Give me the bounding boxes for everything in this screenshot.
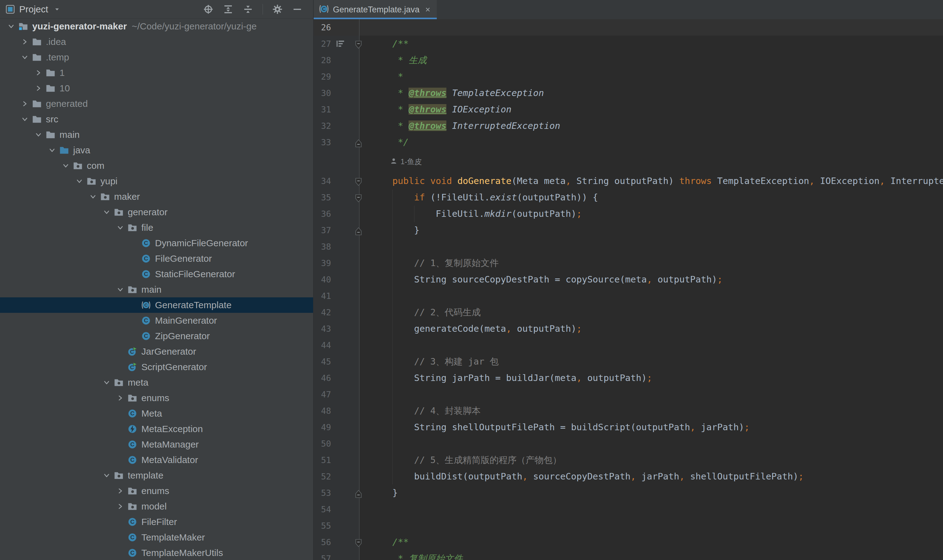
tree-item-dynamicfilegenerator[interactable]: CDynamicFileGenerator [0, 235, 313, 251]
chevron-down-icon[interactable] [113, 224, 127, 231]
collapse-all-icon[interactable] [243, 4, 253, 15]
code-author-inlay[interactable]: 1-鱼皮 [314, 151, 943, 173]
tree-item-meta[interactable]: CMeta [0, 406, 313, 421]
folder-icon [45, 83, 56, 94]
code-line-38[interactable]: 38 [314, 238, 943, 255]
code-line-53[interactable]: 53 } [314, 485, 943, 501]
tree-item-template[interactable]: template [0, 468, 313, 483]
tree-item-label: MetaValidator [141, 455, 198, 465]
code-line-35[interactable]: 35 if (!FileUtil.exist(outputPath)) { [314, 189, 943, 206]
code-line-48[interactable]: 48 // 4、封装脚本 [314, 403, 943, 419]
folder-icon [32, 114, 42, 125]
tree-item-templatemaker[interactable]: CTemplateMaker [0, 530, 313, 545]
tree-item-.temp[interactable]: .temp [0, 49, 313, 65]
panel-title-dropdown-icon[interactable] [52, 4, 62, 15]
chevron-down-icon[interactable] [86, 193, 100, 200]
code-line-34[interactable]: 34 public void doGenerate(Meta meta, Str… [314, 173, 943, 189]
code-line-28[interactable]: 28 * 生成 [314, 52, 943, 68]
tree-item-yupi[interactable]: yupi [0, 174, 313, 189]
chevron-down-icon[interactable] [113, 286, 127, 293]
tree-item-file[interactable]: file [0, 220, 313, 235]
expand-all-icon[interactable] [223, 4, 233, 15]
tree-item-metavalidator[interactable]: CMetaValidator [0, 452, 313, 468]
chevron-down-icon[interactable] [100, 379, 113, 386]
code-line-36[interactable]: 36 FileUtil.mkdir(outputPath); [314, 206, 943, 222]
chevron-right-icon[interactable] [32, 69, 45, 77]
tree-item-generated[interactable]: generated [0, 96, 313, 111]
tree-item-yuzi-generator-maker[interactable]: yuzi-generator-maker~/Code/yuzi-generato… [0, 18, 313, 34]
code-line-57[interactable]: 57 * 复制原始文件 [314, 551, 943, 560]
hide-icon[interactable] [292, 4, 303, 15]
tree-item-main[interactable]: main [0, 282, 313, 297]
code-line-52[interactable]: 52 buildDist(outputPath, sourceCopyDestP… [314, 468, 943, 485]
chevron-down-icon[interactable] [100, 208, 113, 216]
editor-tab-generatetemplate[interactable]: C GenerateTemplate.java [314, 0, 437, 19]
code-line-33[interactable]: 33 */ [314, 134, 943, 151]
tree-item-enums[interactable]: enums [0, 390, 313, 406]
tree-item-jargenerator[interactable]: CJarGenerator [0, 344, 313, 359]
tree-item-zipgenerator[interactable]: CZipGenerator [0, 328, 313, 344]
tree-item-maingenerator[interactable]: CMainGenerator [0, 313, 313, 328]
chevron-right-icon[interactable] [18, 38, 32, 46]
code-line-29[interactable]: 29 * [314, 68, 943, 85]
code-editor[interactable]: 2627 /**28 * 生成29 *30 * @throws Template… [314, 19, 943, 560]
tree-item-generatetemplate[interactable]: CGenerateTemplate [0, 297, 313, 313]
code-line-31[interactable]: 31 * @throws IOException [314, 101, 943, 118]
code-line-27[interactable]: 27 /** [314, 35, 943, 52]
chevron-down-icon[interactable] [100, 472, 113, 479]
code-line-45[interactable]: 45 // 3、构建 jar 包 [314, 354, 943, 370]
code-line-43[interactable]: 43 generateCode(meta, outputPath); [314, 321, 943, 337]
chevron-right-icon[interactable] [113, 394, 127, 402]
chevron-right-icon[interactable] [18, 100, 32, 108]
settings-icon[interactable] [272, 4, 283, 15]
tree-item-meta[interactable]: meta [0, 375, 313, 390]
code-line-56[interactable]: 56 /** [314, 534, 943, 551]
code-line-46[interactable]: 46 String jarPath = buildJar(meta, outpu… [314, 370, 943, 386]
locate-icon[interactable] [203, 4, 214, 15]
tree-item-1[interactable]: 1 [0, 65, 313, 80]
tree-item-templatemakerutils[interactable]: CTemplateMakerUtils [0, 545, 313, 560]
tree-item-10[interactable]: 10 [0, 80, 313, 96]
tree-item-metaexception[interactable]: MetaException [0, 421, 313, 437]
code-line-39[interactable]: 39 // 1、复制原始文件 [314, 255, 943, 271]
tree-item-model[interactable]: model [0, 498, 313, 514]
code-line-26[interactable]: 26 [314, 19, 943, 35]
code-line-54[interactable]: 54 [314, 501, 943, 518]
tree-item-maker[interactable]: maker [0, 189, 313, 205]
chevron-down-icon[interactable] [4, 23, 18, 30]
code-line-50[interactable]: 50 [314, 435, 943, 452]
code-line-42[interactable]: 42 // 2、代码生成 [314, 304, 943, 321]
tree-item-com[interactable]: com [0, 158, 313, 174]
code-line-32[interactable]: 32 * @throws InterruptedException [314, 118, 943, 134]
tab-close-icon[interactable] [424, 6, 431, 13]
chevron-right-icon[interactable] [113, 487, 127, 495]
code-line-41[interactable]: 41 [314, 288, 943, 304]
tree-item-filegenerator[interactable]: CFileGenerator [0, 251, 313, 266]
code-line-55[interactable]: 55 [314, 518, 943, 534]
chevron-down-icon[interactable] [45, 146, 59, 154]
code-line-40[interactable]: 40 String sourceCopyDestPath = copySourc… [314, 271, 943, 288]
tree-item-java[interactable]: java [0, 143, 313, 158]
code-line-37[interactable]: 37 } [314, 222, 943, 238]
tree-item-enums[interactable]: enums [0, 483, 313, 498]
code-line-49[interactable]: 49 String shellOutputFilePath = buildScr… [314, 419, 943, 435]
chevron-down-icon[interactable] [18, 54, 32, 61]
tree-item-generator[interactable]: generator [0, 205, 313, 220]
chevron-down-icon[interactable] [59, 162, 73, 169]
chevron-right-icon[interactable] [32, 85, 45, 92]
code-line-30[interactable]: 30 * @throws TemplateException [314, 85, 943, 101]
tree-item-scriptgenerator[interactable]: CScriptGenerator [0, 359, 313, 375]
tree-item-staticfilegenerator[interactable]: CStaticFileGenerator [0, 266, 313, 282]
tree-item-.idea[interactable]: .idea [0, 34, 313, 49]
chevron-right-icon[interactable] [113, 503, 127, 510]
tree-item-main[interactable]: main [0, 127, 313, 143]
code-line-47[interactable]: 47 [314, 386, 943, 403]
code-line-51[interactable]: 51 // 5、生成精简版的程序（产物包） [314, 452, 943, 468]
tree-item-metamanager[interactable]: CMetaManager [0, 437, 313, 452]
chevron-down-icon[interactable] [32, 131, 45, 138]
code-line-44[interactable]: 44 [314, 337, 943, 354]
chevron-down-icon[interactable] [73, 177, 86, 185]
chevron-down-icon[interactable] [18, 115, 32, 123]
tree-item-src[interactable]: src [0, 111, 313, 127]
tree-item-filefilter[interactable]: CFileFilter [0, 514, 313, 530]
